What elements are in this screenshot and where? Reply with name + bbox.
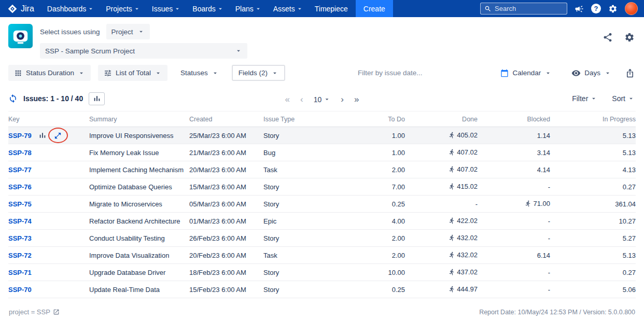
bar-chart-icon xyxy=(93,94,101,103)
sort-button[interactable]: Sort xyxy=(612,94,635,103)
issue-source-mode-select[interactable]: Project xyxy=(106,24,150,39)
chart-view-button[interactable] xyxy=(89,92,105,105)
jql-link[interactable]: project = SSP xyxy=(9,308,60,316)
cell-to-do: 2.00 xyxy=(332,247,405,264)
last-page-button[interactable]: » xyxy=(354,95,359,104)
cell-blocked: 71.00 xyxy=(478,196,550,213)
cell-issue-type: Story xyxy=(263,264,332,281)
column-header-done[interactable]: Done xyxy=(405,112,478,127)
column-header-to-do[interactable]: To Do xyxy=(332,112,405,127)
announcement-icon[interactable] xyxy=(575,4,584,13)
nav-item-projects[interactable]: Projects xyxy=(100,0,146,17)
table-row[interactable]: SSP-76Optimize Database Queries15/Mar/23… xyxy=(8,178,636,196)
share-icon[interactable] xyxy=(603,32,613,43)
eye-icon xyxy=(571,68,581,78)
report-settings-icon[interactable] xyxy=(624,32,635,43)
cell-created: 25/Mar/23 6:00 AM xyxy=(189,127,263,144)
next-page-button[interactable]: › xyxy=(341,95,344,104)
jira-home-link[interactable]: Jira xyxy=(7,4,34,14)
cell-done: 444.97 xyxy=(405,281,478,298)
runner-icon xyxy=(449,149,455,156)
create-button[interactable]: Create xyxy=(356,0,393,17)
table-row[interactable]: SSP-78Fix Memory Leak Issue21/Mar/23 6:0… xyxy=(8,144,636,161)
runner-icon xyxy=(449,252,455,258)
avatar[interactable] xyxy=(625,2,638,15)
app-logo-icon xyxy=(8,24,33,48)
issue-key-link[interactable]: SSP-78 xyxy=(8,149,38,157)
issue-key-link[interactable]: SSP-79 xyxy=(8,132,38,140)
chevron-down-icon xyxy=(627,95,635,102)
nav-settings-icon[interactable] xyxy=(608,4,618,13)
cell-done: 415.02 xyxy=(405,178,478,196)
nav-item-plans[interactable]: Plans xyxy=(230,0,268,17)
row-chart-button[interactable] xyxy=(38,131,47,140)
chevron-down-icon xyxy=(296,5,303,12)
header-actions xyxy=(603,24,635,43)
time-unit-select[interactable]: Days xyxy=(566,65,617,81)
refresh-icon[interactable] xyxy=(8,94,18,103)
row-expand-button[interactable] xyxy=(54,132,62,140)
search-input[interactable] xyxy=(495,5,563,12)
column-header-created[interactable]: Created xyxy=(189,112,263,127)
column-header-blocked[interactable]: Blocked xyxy=(478,112,550,127)
issue-source-controls: Select issues using Project SSP - Sample… xyxy=(40,24,247,59)
issue-key-link[interactable]: SSP-74 xyxy=(8,217,38,225)
issue-date-filter-input[interactable]: Filter by issue date... xyxy=(292,69,488,77)
prev-page-button[interactable]: ‹ xyxy=(300,95,303,104)
help-icon[interactable]: ? xyxy=(591,4,601,13)
statuses-select[interactable]: Statuses xyxy=(175,65,225,81)
issue-key-link[interactable]: SSP-72 xyxy=(8,252,38,259)
issue-key-link[interactable]: SSP-71 xyxy=(8,269,38,276)
cell-to-do: 0.25 xyxy=(332,281,405,298)
calendar-select[interactable]: Calendar xyxy=(495,65,557,81)
view-mode-select[interactable]: List of Total xyxy=(98,65,167,81)
cell-in-progress: 5.06 xyxy=(550,281,636,298)
chevron-down-icon xyxy=(155,69,162,77)
cell-done: 422.02 xyxy=(405,213,478,230)
issue-key-link[interactable]: SSP-75 xyxy=(8,200,38,208)
cell-done: 407.02 xyxy=(405,144,478,161)
column-header-issue-type[interactable]: Issue Type xyxy=(263,112,332,127)
column-header-in-progress[interactable]: In Progress xyxy=(550,112,636,127)
cell-key: SSP-73 xyxy=(8,230,89,247)
filter-button[interactable]: Filter xyxy=(572,94,597,103)
chevron-down-icon xyxy=(544,69,552,77)
table-row[interactable]: SSP-73Conduct Usability Testing26/Feb/23… xyxy=(8,230,636,247)
table-row[interactable]: SSP-70Update Real-Time Data15/Feb/23 6:0… xyxy=(8,281,636,298)
column-header-key[interactable]: Key xyxy=(8,112,89,127)
export-icon[interactable] xyxy=(625,68,635,78)
cell-issue-type: Task xyxy=(263,161,332,178)
table-row[interactable]: SSP-72Improve Data Visualization20/Feb/2… xyxy=(8,247,636,264)
runner-icon xyxy=(449,217,455,224)
nav-item-assets[interactable]: Assets xyxy=(268,0,309,17)
cell-summary: Update Real-Time Data xyxy=(89,281,189,298)
nav-item-label: Projects xyxy=(106,5,132,13)
sliders-icon xyxy=(104,69,112,77)
table-row[interactable]: SSP-79Improve UI Responsiveness25/Mar/23… xyxy=(8,127,636,144)
nav-item-issues[interactable]: Issues xyxy=(146,0,187,17)
table-row[interactable]: SSP-77Implement Caching Mechanism20/Mar/… xyxy=(8,161,636,178)
chevron-down-icon xyxy=(235,47,242,54)
page-size-select[interactable]: 10 xyxy=(314,95,331,103)
table-row[interactable]: SSP-75Migrate to Microservices05/Mar/23 … xyxy=(8,196,636,213)
fields-select[interactable]: Fields (2) xyxy=(232,65,285,81)
project-select[interactable]: SSP - Sample Scrum Project xyxy=(40,43,247,59)
column-header-summary[interactable]: Summary xyxy=(89,112,189,127)
issue-key-link[interactable]: SSP-70 xyxy=(8,286,38,294)
nav-item-boards[interactable]: Boards xyxy=(187,0,229,17)
cell-blocked: 6.14 xyxy=(478,247,550,264)
cell-in-progress: 5.13 xyxy=(550,247,636,264)
cell-in-progress: 0.27 xyxy=(550,178,636,196)
table-row[interactable]: SSP-71Upgrade Database Driver18/Feb/23 6… xyxy=(8,264,636,281)
first-page-button[interactable]: « xyxy=(285,95,290,104)
issue-key-link[interactable]: SSP-73 xyxy=(8,234,38,242)
report-type-select[interactable]: Status Duration xyxy=(8,65,91,81)
nav-item-label: Dashboards xyxy=(47,5,87,13)
issue-key-link[interactable]: SSP-77 xyxy=(8,166,38,174)
nav-item-timepiece[interactable]: Timepiece xyxy=(309,0,354,17)
issue-key-link[interactable]: SSP-76 xyxy=(8,183,38,191)
table-row[interactable]: SSP-74Refactor Backend Architecture01/Ma… xyxy=(8,213,636,230)
report-toolbar: Status Duration List of Total Statuses F… xyxy=(0,64,644,87)
nav-item-dashboards[interactable]: Dashboards xyxy=(41,0,101,17)
search-box[interactable] xyxy=(480,3,567,15)
